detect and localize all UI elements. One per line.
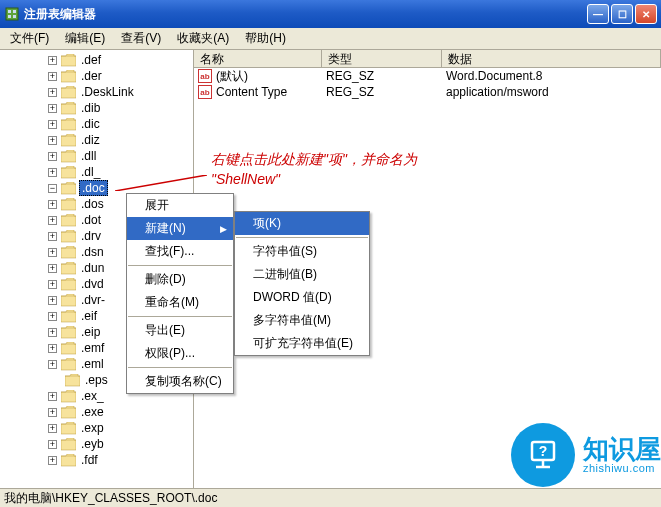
separator — [128, 367, 232, 368]
expander-icon[interactable] — [48, 312, 57, 321]
tree-label[interactable]: .eyb — [79, 437, 106, 451]
status-bar: 我的电脑\HKEY_CLASSES_ROOT\.doc — [0, 488, 661, 507]
tree-label[interactable]: .dun — [79, 261, 106, 275]
expander-icon[interactable] — [48, 440, 57, 449]
ctx-permissions[interactable]: 权限(P)... — [127, 342, 233, 365]
expander-icon[interactable] — [48, 248, 57, 257]
expander-icon[interactable] — [48, 344, 57, 353]
menu-file[interactable]: 文件(F) — [2, 28, 57, 49]
expander-icon[interactable] — [48, 200, 57, 209]
tree-label[interactable]: .emf — [79, 341, 106, 355]
ctx-expand[interactable]: 展开 — [127, 194, 233, 217]
ctx-new-multistring[interactable]: 多字符串值(M) — [235, 309, 369, 332]
expander-icon[interactable] — [48, 264, 57, 273]
tree-label[interactable]: .dl_ — [79, 165, 102, 179]
minimize-button[interactable]: — — [587, 4, 609, 24]
tree-label[interactable]: .def — [79, 53, 103, 67]
expander-icon[interactable] — [48, 456, 57, 465]
close-button[interactable]: ✕ — [635, 4, 657, 24]
expander-icon[interactable] — [48, 232, 57, 241]
tree-label[interactable]: .der — [79, 69, 104, 83]
expander-icon[interactable] — [48, 72, 57, 81]
tree-label[interactable]: .dsn — [79, 245, 106, 259]
ctx-copykey[interactable]: 复制项名称(C) — [127, 370, 233, 393]
expander-icon[interactable] — [48, 216, 57, 225]
expander-icon[interactable] — [48, 104, 57, 113]
expander-icon[interactable] — [48, 392, 57, 401]
tree-label[interactable]: .dib — [79, 101, 102, 115]
col-data[interactable]: 数据 — [442, 50, 661, 67]
tree-label[interactable]: .eml — [79, 357, 106, 371]
folder-icon — [61, 102, 76, 115]
tree-label[interactable]: .fdf — [79, 453, 100, 467]
list-row[interactable]: abContent TypeREG_SZapplication/msword — [194, 84, 661, 100]
expander-icon[interactable] — [48, 88, 57, 97]
expander-icon[interactable] — [48, 184, 57, 193]
folder-icon — [61, 166, 76, 179]
context-menu-new: 项(K) 字符串值(S) 二进制值(B) DWORD 值(D) 多字符串值(M)… — [234, 211, 370, 356]
expander-icon[interactable] — [48, 152, 57, 161]
app-icon — [4, 6, 20, 22]
expander-icon[interactable] — [48, 328, 57, 337]
col-name[interactable]: 名称 — [194, 50, 322, 67]
watermark: ? 知识屋 zhishiwu.com — [511, 423, 661, 487]
tree-item[interactable]: .der — [0, 68, 193, 84]
expander-icon[interactable] — [48, 120, 57, 129]
tree-item[interactable]: .eyb — [0, 436, 193, 452]
tree-item[interactable]: .def — [0, 52, 193, 68]
svg-rect-3 — [8, 15, 11, 18]
tree-item[interactable]: .fdf — [0, 452, 193, 468]
ctx-find[interactable]: 查找(F)... — [127, 240, 233, 263]
tree-label[interactable]: .diz — [79, 133, 102, 147]
ctx-delete[interactable]: 删除(D) — [127, 268, 233, 291]
ctx-rename[interactable]: 重命名(M) — [127, 291, 233, 314]
expander-icon[interactable] — [48, 136, 57, 145]
tree-label[interactable]: .eps — [83, 373, 110, 387]
tree-label[interactable]: .dll — [79, 149, 98, 163]
expander-icon[interactable] — [48, 168, 57, 177]
tree-label[interactable]: .exe — [79, 405, 106, 419]
ctx-new-key[interactable]: 项(K) — [235, 212, 369, 235]
tree-item[interactable]: .exp — [0, 420, 193, 436]
tree-label[interactable]: .drv — [79, 229, 103, 243]
ctx-new-binary[interactable]: 二进制值(B) — [235, 263, 369, 286]
tree-label[interactable]: .dvd — [79, 277, 106, 291]
tree-item[interactable]: .diz — [0, 132, 193, 148]
tree-item[interactable]: .exe — [0, 404, 193, 420]
tree-item[interactable]: .DeskLink — [0, 84, 193, 100]
ctx-export[interactable]: 导出(E) — [127, 319, 233, 342]
folder-icon — [61, 310, 76, 323]
expander-icon[interactable] — [48, 280, 57, 289]
tree-label[interactable]: .eif — [79, 309, 99, 323]
menu-favorites[interactable]: 收藏夹(A) — [169, 28, 237, 49]
tree-item[interactable]: .dib — [0, 100, 193, 116]
tree-label[interactable]: .dos — [79, 197, 106, 211]
ctx-new-string[interactable]: 字符串值(S) — [235, 240, 369, 263]
expander-icon[interactable] — [48, 56, 57, 65]
menu-edit[interactable]: 编辑(E) — [57, 28, 113, 49]
tree-item[interactable]: .dll — [0, 148, 193, 164]
expander-icon[interactable] — [48, 296, 57, 305]
ctx-new-dword[interactable]: DWORD 值(D) — [235, 286, 369, 309]
tree-label[interactable]: .dvr- — [79, 293, 107, 307]
maximize-button[interactable]: ☐ — [611, 4, 633, 24]
tree-item[interactable]: .dic — [0, 116, 193, 132]
tree-label[interactable]: .doc — [79, 180, 108, 196]
tree-label[interactable]: .dot — [79, 213, 103, 227]
value-name: (默认) — [216, 68, 248, 85]
tree-label[interactable]: .dic — [79, 117, 102, 131]
menu-help[interactable]: 帮助(H) — [237, 28, 294, 49]
expander-icon[interactable] — [48, 360, 57, 369]
ctx-new-expandstring[interactable]: 可扩充字符串值(E) — [235, 332, 369, 355]
tree-label[interactable]: .ex_ — [79, 389, 106, 403]
expander-icon[interactable] — [48, 424, 57, 433]
menu-view[interactable]: 查看(V) — [113, 28, 169, 49]
tree-label[interactable]: .exp — [79, 421, 106, 435]
tree-label[interactable]: .eip — [79, 325, 102, 339]
expander-icon[interactable] — [48, 408, 57, 417]
list-row[interactable]: ab(默认)REG_SZWord.Document.8 — [194, 68, 661, 84]
ctx-new[interactable]: 新建(N)▶ — [127, 217, 233, 240]
tree-label[interactable]: .DeskLink — [79, 85, 136, 99]
col-type[interactable]: 类型 — [322, 50, 442, 67]
separator — [128, 265, 232, 266]
